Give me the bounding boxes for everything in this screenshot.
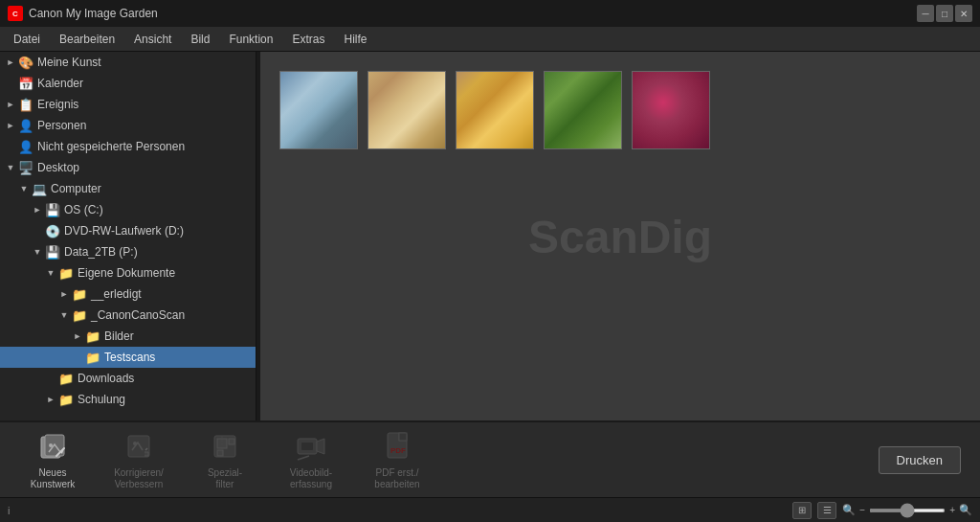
svg-point-2 bbox=[49, 443, 53, 447]
main-layout: 🎨Meine Kunst📅Kalender📋Ereignis👤Personen👤… bbox=[0, 52, 980, 420]
tree-arrow-eigene-dokumente bbox=[44, 266, 57, 280]
sidebar-item-testscans[interactable]: 📁Testscans bbox=[0, 347, 256, 368]
thumbnail-4[interactable] bbox=[544, 71, 622, 149]
menu-extras[interactable]: Extras bbox=[282, 30, 334, 49]
tree-icon-canoncanoscan: 📁 bbox=[71, 307, 88, 323]
correct-icon bbox=[122, 429, 156, 464]
sidebar-label-desktop: Desktop bbox=[37, 161, 79, 174]
sidebar-item-downloads[interactable]: 📁Downloads bbox=[0, 368, 256, 389]
tree-arrow-schulung bbox=[44, 393, 57, 406]
sidebar-label-kalender: Kalender bbox=[37, 77, 83, 90]
sidebar-label-os-c: OS (C:) bbox=[64, 203, 103, 216]
sidebar-label-schulung: Schulung bbox=[78, 393, 125, 406]
sidebar-item-data2tb[interactable]: 💾Data_2TB (P:) bbox=[0, 241, 256, 262]
new-art-icon bbox=[35, 429, 70, 464]
title-bar: C Canon My Image Garden ─ □ ✕ bbox=[0, 0, 980, 27]
close-button[interactable]: ✕ bbox=[955, 5, 972, 22]
sidebar-item-nicht-gespeicherte[interactable]: 👤Nicht gespeicherte Personen bbox=[0, 136, 256, 157]
tree-icon-data2tb: 💾 bbox=[44, 244, 61, 260]
zoom-minus: − bbox=[859, 505, 865, 515]
menu-funktion[interactable]: Funktion bbox=[219, 30, 282, 49]
videobild-label: Videobild-erfassung bbox=[290, 467, 332, 490]
thumbnail-3[interactable] bbox=[456, 71, 534, 149]
video-icon bbox=[294, 429, 328, 464]
tree-arrow-computer bbox=[17, 182, 31, 195]
watermark: ScanDig bbox=[528, 210, 712, 262]
tree-icon-testscans: 📁 bbox=[84, 350, 101, 365]
korrigieren-label: Korrigieren/Verbessern bbox=[114, 467, 164, 490]
menu-bild[interactable]: Bild bbox=[181, 30, 219, 49]
tree-arrow-erledigt bbox=[57, 287, 71, 301]
sidebar-item-canoncanoscan[interactable]: 📁_CanonCanoScan bbox=[0, 305, 256, 326]
tree-icon-personen: 👤 bbox=[17, 118, 34, 133]
pdf-button[interactable]: PDF PDF erst./bearbeiten bbox=[354, 425, 440, 494]
print-button[interactable]: Drucken bbox=[879, 446, 961, 474]
tree-icon-erledigt: 📁 bbox=[71, 286, 88, 302]
tree-icon-kalender: 📅 bbox=[17, 76, 34, 91]
menu-hilfe[interactable]: Hilfe bbox=[334, 30, 376, 49]
sidebar-item-meine-kunst[interactable]: 🎨Meine Kunst bbox=[0, 52, 256, 73]
thumbnail-1[interactable] bbox=[279, 71, 358, 149]
zoom-control[interactable]: 🔍 − + 🔍 bbox=[842, 504, 972, 516]
sidebar-item-schulung[interactable]: 📁Schulung bbox=[0, 389, 256, 410]
zoom-out-icon: 🔍 bbox=[842, 504, 856, 516]
sidebar-label-bilder: Bilder bbox=[104, 329, 134, 343]
tree-icon-bilder: 📁 bbox=[84, 329, 101, 344]
sidebar-item-erledigt[interactable]: 📁__erledigt bbox=[0, 284, 256, 305]
maximize-button[interactable]: □ bbox=[936, 5, 953, 22]
svg-rect-9 bbox=[229, 439, 234, 444]
window-title: Canon My Image Garden bbox=[29, 7, 158, 20]
thumbnail-5[interactable] bbox=[632, 71, 710, 149]
korrigieren-button[interactable]: Korrigieren/Verbessern bbox=[96, 425, 182, 494]
sidebar-label-computer: Computer bbox=[51, 182, 101, 195]
svg-rect-14 bbox=[301, 443, 313, 450]
app-icon: C bbox=[8, 6, 23, 21]
sidebar-item-os-c[interactable]: 💾OS (C:) bbox=[0, 199, 256, 220]
tree-icon-meine-kunst: 🎨 bbox=[17, 55, 34, 70]
tree-icon-os-c: 💾 bbox=[44, 202, 61, 217]
sidebar-item-kalender[interactable]: 📅Kalender bbox=[0, 73, 256, 94]
sidebar-item-computer[interactable]: 💻Computer bbox=[0, 178, 256, 199]
svg-rect-18 bbox=[399, 433, 407, 441]
minimize-button[interactable]: ─ bbox=[917, 5, 934, 22]
menu-bearbeiten[interactable]: Bearbeiten bbox=[50, 30, 124, 49]
pdf-label: PDF erst./bearbeiten bbox=[374, 467, 419, 490]
sidebar-item-bilder[interactable]: 📁Bilder bbox=[0, 326, 256, 347]
neues-kunstwerk-button[interactable]: NeuesKunstwerk bbox=[10, 425, 96, 494]
spezialfilter-button[interactable]: Spezial-filter bbox=[182, 425, 268, 494]
sidebar-label-dvd-rw: DVD-RW-Laufwerk (D:) bbox=[64, 224, 184, 238]
sidebar-label-meine-kunst: Meine Kunst bbox=[37, 56, 101, 69]
tree-arrow-ereignis bbox=[4, 98, 17, 111]
list-view-button[interactable]: ☰ bbox=[817, 502, 836, 519]
menu-ansicht[interactable]: Ansicht bbox=[124, 30, 181, 49]
window-controls[interactable]: ─ □ ✕ bbox=[917, 5, 972, 22]
tree-icon-computer: 💻 bbox=[31, 181, 48, 196]
svg-point-5 bbox=[133, 442, 137, 445]
zoom-slider[interactable] bbox=[869, 509, 946, 512]
tree-icon-dvd-rw: 💿 bbox=[44, 223, 61, 238]
svg-text:PDF: PDF bbox=[390, 446, 406, 455]
tree-icon-nicht-gespeicherte: 👤 bbox=[17, 139, 34, 154]
sidebar-label-canoncanoscan: _CanonCanoScan bbox=[91, 308, 185, 322]
sidebar-label-downloads: Downloads bbox=[78, 372, 134, 385]
sidebar-item-eigene-dokumente[interactable]: 📁Eigene Dokumente bbox=[0, 262, 256, 284]
grid-view-button[interactable]: ⊞ bbox=[792, 502, 812, 519]
menu-datei[interactable]: Datei bbox=[4, 30, 50, 49]
bottom-toolbar: NeuesKunstwerk Korrigieren/Verbessern bbox=[0, 420, 980, 497]
sidebar-item-personen[interactable]: 👤Personen bbox=[0, 115, 256, 136]
tree-arrow-personen bbox=[4, 119, 17, 132]
sidebar-item-ereignis[interactable]: 📋Ereignis bbox=[0, 94, 256, 115]
tree-arrow-desktop bbox=[4, 161, 17, 174]
sidebar-label-eigene-dokumente: Eigene Dokumente bbox=[78, 266, 175, 280]
sidebar-item-dvd-rw[interactable]: 💿DVD-RW-Laufwerk (D:) bbox=[0, 220, 256, 241]
status-right: ⊞ ☰ 🔍 − + 🔍 bbox=[792, 502, 972, 519]
videobild-button[interactable]: Videobild-erfassung bbox=[268, 425, 354, 494]
svg-line-15 bbox=[298, 456, 309, 460]
tree-icon-downloads: 📁 bbox=[57, 371, 75, 386]
tree-arrow-bilder bbox=[71, 329, 84, 343]
tree-arrow-canoncanoscan bbox=[57, 308, 71, 322]
thumbnail-2[interactable] bbox=[368, 71, 446, 149]
sidebar-item-desktop[interactable]: 🖥️Desktop bbox=[0, 157, 256, 178]
sidebar-label-ereignis: Ereignis bbox=[37, 98, 78, 111]
sidebar[interactable]: 🎨Meine Kunst📅Kalender📋Ereignis👤Personen👤… bbox=[0, 52, 256, 420]
